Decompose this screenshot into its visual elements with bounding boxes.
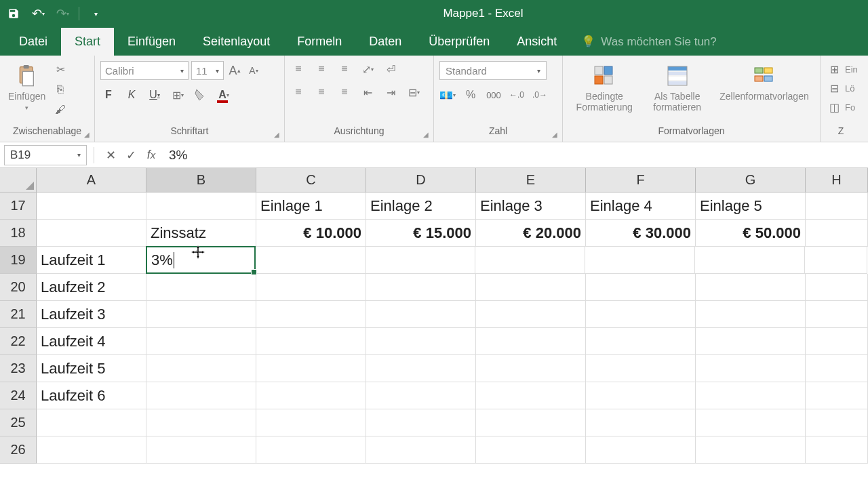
cell-C18[interactable]: € 10.000: [256, 220, 366, 247]
format-cells-icon[interactable]: ◫: [826, 99, 842, 115]
decrease-indent-icon[interactable]: ⇤: [359, 84, 376, 100]
merge-center-icon[interactable]: ⊟▾: [406, 84, 422, 100]
number-format-select[interactable]: Standard ▾: [439, 61, 547, 80]
row-header-26[interactable]: 26: [0, 436, 37, 464]
cell-D19[interactable]: [366, 247, 475, 274]
cell-A25[interactable]: [37, 409, 146, 436]
cell-F20[interactable]: [586, 274, 696, 301]
col-header-F[interactable]: F: [586, 168, 696, 192]
cell-D25[interactable]: [366, 409, 476, 436]
align-center-icon[interactable]: ≡: [313, 84, 330, 100]
cell-D21[interactable]: [366, 301, 476, 328]
cell-G20[interactable]: [696, 274, 806, 301]
tab-review[interactable]: Überprüfen: [415, 28, 503, 56]
cell-E23[interactable]: [476, 355, 586, 382]
cell-A24[interactable]: Laufzeit 6: [37, 382, 146, 409]
align-bottom-icon[interactable]: ≡: [336, 61, 353, 77]
cell-A21[interactable]: Laufzeit 3: [37, 301, 146, 328]
cell-C26[interactable]: [256, 436, 366, 464]
row-header-18[interactable]: 18: [0, 220, 37, 247]
cell-F22[interactable]: [586, 328, 696, 355]
font-color-icon[interactable]: A ▾: [216, 87, 232, 103]
cell-C24[interactable]: [256, 382, 366, 409]
cell-F19[interactable]: [585, 247, 695, 274]
cell-E25[interactable]: [476, 409, 586, 436]
cell-B20[interactable]: [146, 274, 256, 301]
cell-F23[interactable]: [586, 355, 696, 382]
font-launcher-icon[interactable]: ◢: [272, 129, 281, 139]
row-header-24[interactable]: 24: [0, 382, 37, 409]
cell-B23[interactable]: [146, 355, 256, 382]
orientation-icon[interactable]: ⤢▾: [359, 61, 376, 77]
cell-E17[interactable]: Einlage 3: [476, 192, 586, 220]
cell-H18[interactable]: [806, 220, 868, 247]
row-header-19[interactable]: 19: [0, 247, 37, 274]
cell-B17[interactable]: [146, 192, 256, 220]
cell-G18[interactable]: € 50.000: [696, 220, 806, 247]
cell-H17[interactable]: [806, 192, 868, 220]
cell-C21[interactable]: [256, 301, 366, 328]
cell-C25[interactable]: [256, 409, 366, 436]
cell-F25[interactable]: [586, 409, 696, 436]
font-size-select[interactable]: 11 ▾: [191, 61, 224, 80]
insert-cells-icon[interactable]: ⊞: [826, 61, 842, 77]
align-top-icon[interactable]: ≡: [290, 61, 307, 77]
cell-H24[interactable]: [806, 382, 868, 409]
wrap-text-icon[interactable]: ⏎: [382, 61, 399, 77]
cell-F21[interactable]: [586, 301, 696, 328]
cell-A18[interactable]: [37, 220, 146, 247]
cell-G19[interactable]: [695, 247, 805, 274]
cell-E21[interactable]: [476, 301, 586, 328]
cell-B26[interactable]: [146, 436, 256, 464]
align-left-icon[interactable]: ≡: [290, 84, 307, 100]
row-header-21[interactable]: 21: [0, 301, 37, 328]
cell-C22[interactable]: [256, 328, 366, 355]
name-box[interactable]: B19 ▾: [4, 145, 87, 165]
clipboard-launcher-icon[interactable]: ◢: [82, 129, 92, 139]
format-as-table-button[interactable]: Als Tabelle formatieren: [648, 61, 707, 115]
cell-F26[interactable]: [586, 436, 696, 464]
col-header-H[interactable]: H: [806, 168, 868, 192]
align-right-icon[interactable]: ≡: [336, 84, 353, 100]
cell-A20[interactable]: Laufzeit 2: [37, 274, 146, 301]
cell-D23[interactable]: [366, 355, 476, 382]
cell-F18[interactable]: € 30.000: [586, 220, 696, 247]
row-header-23[interactable]: 23: [0, 355, 37, 382]
cell-G22[interactable]: [696, 328, 806, 355]
tell-me-search[interactable]: 💡 Was möchten Sie tun?: [570, 28, 727, 56]
cell-D24[interactable]: [366, 382, 476, 409]
cell-G25[interactable]: [696, 409, 806, 436]
cell-C20[interactable]: [256, 274, 366, 301]
bold-button[interactable]: F: [100, 87, 117, 103]
increase-decimal-icon[interactable]: ←.0: [509, 87, 525, 103]
cell-B24[interactable]: [146, 382, 256, 409]
cell-H19[interactable]: [805, 247, 867, 274]
cell-H26[interactable]: [806, 436, 868, 464]
confirm-edit-icon[interactable]: ✓: [121, 146, 140, 165]
undo-icon[interactable]: ↶▾: [30, 5, 46, 22]
cell-H20[interactable]: [806, 274, 868, 301]
tab-layout[interactable]: Seitenlayout: [189, 28, 283, 56]
conditional-formatting-button[interactable]: Bedingte Formatierung: [571, 61, 637, 115]
qat-customize-icon[interactable]: ▾: [87, 5, 104, 22]
cut-icon[interactable]: ✂: [52, 61, 68, 77]
formula-input[interactable]: 3%: [162, 148, 864, 163]
increase-font-icon[interactable]: A▴: [226, 62, 243, 79]
thousands-icon[interactable]: 000: [486, 87, 502, 103]
cell-H25[interactable]: [806, 409, 868, 436]
cell-E19[interactable]: [475, 247, 585, 274]
cell-H21[interactable]: [806, 301, 868, 328]
col-header-A[interactable]: A: [37, 168, 146, 192]
decrease-font-icon[interactable]: A▾: [245, 62, 262, 79]
italic-button[interactable]: K: [123, 87, 140, 103]
format-painter-icon[interactable]: 🖌: [52, 102, 68, 118]
tab-home[interactable]: Start: [61, 28, 114, 56]
tab-file[interactable]: Datei: [5, 28, 61, 56]
col-header-C[interactable]: C: [256, 168, 366, 192]
col-header-G[interactable]: G: [696, 168, 806, 192]
cell-C23[interactable]: [256, 355, 366, 382]
cell-D18[interactable]: € 15.000: [366, 220, 476, 247]
row-header-25[interactable]: 25: [0, 409, 37, 436]
cell-C17[interactable]: Einlage 1: [256, 192, 366, 220]
cell-G23[interactable]: [696, 355, 806, 382]
